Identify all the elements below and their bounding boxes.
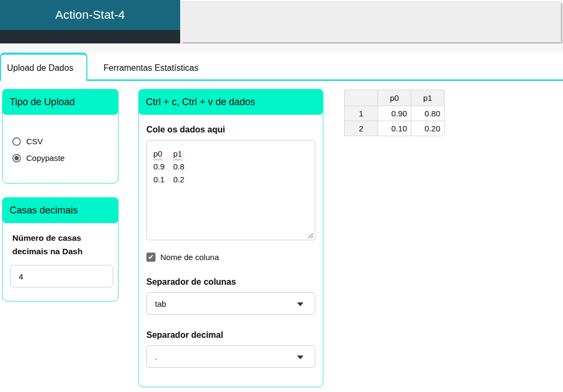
panel-copy-paste-title: Ctrl + c, Ctrl + v de dados [146,97,255,108]
tab-upload-label: Upload de Dados [7,63,73,73]
panel-upload-type-header: Tipo de Upload [2,89,118,115]
overlay-gray-window [181,1,561,42]
panel-upload-type-title: Tipo de Upload [10,97,75,108]
table-value-cell: 0.10 [378,121,411,136]
panel-upload-type: Tipo de Upload CSV Copypaste [2,89,118,183]
paste-data-textarea[interactable]: p0p1 0.90.8 0.10.2 [146,140,315,240]
paste-textarea-label: Cole os dados aqui [146,125,315,135]
panel-copy-paste: Ctrl + c, Ctrl + v de dados Cole os dado… [138,89,323,387]
table-header-cell: p0 [378,90,411,106]
col-separator-select[interactable]: tab [146,292,315,315]
textarea-line-1: p0p1 [153,147,308,160]
col-separator-value: tab [155,299,166,308]
tab-bar: Upload de Dados Ferramentas Estatísticas [0,53,563,82]
decimals-input[interactable] [10,265,113,287]
caret-down-icon [297,356,303,359]
textarea-token: 0.9 [153,160,173,173]
table-row: 2 0.10 0.20 [345,121,445,136]
table-header-cell: p1 [411,90,445,106]
radio-option-csv[interactable]: CSV [12,137,118,146]
app-header: Action-Stat-4 [0,0,180,30]
radio-copypaste-icon[interactable] [12,154,21,162]
dec-separator-label: Separador decimal [146,330,315,340]
tab-upload-de-dados[interactable]: Upload de Dados [0,53,87,81]
table-value-cell: 0.20 [411,121,445,136]
data-preview-table: p0 p1 1 0.90 0.80 2 0.10 0.20 [344,90,445,136]
table-header-row: p0 p1 [345,90,445,106]
header-sub-strip [0,43,563,53]
decimals-field-label: Número de casas decimais na Dash [12,231,110,258]
panel-casas-decimais: Casas decimais Número de casas decimais … [2,197,118,301]
textarea-token: 0.1 [153,173,173,186]
textarea-token: 0.2 [173,175,184,184]
dec-separator-value: . [155,352,157,361]
tab-ferramentas-estatisticas[interactable]: Ferramentas Estatísticas [94,55,208,81]
radio-copypaste-label: Copypaste [26,153,65,162]
radio-csv-label: CSV [26,137,43,146]
caret-down-icon [297,302,303,306]
table-value-cell: 0.90 [378,106,411,121]
textarea-line-3: 0.10.2 [153,173,308,186]
app-title: Action-Stat-4 [55,8,125,22]
radio-option-copypaste[interactable]: Copypaste [12,153,118,162]
panel-casas-decimais-title: Casas decimais [10,205,78,216]
dec-separator-select[interactable]: . [146,345,315,368]
resize-handle-icon[interactable] [307,232,313,238]
panel-casas-decimais-header: Casas decimais [2,197,118,223]
table-index-cell: 2 [345,121,378,136]
checkbox-label: Nome de coluna [160,253,219,262]
table-row: 1 0.90 0.80 [345,106,445,121]
panel-copy-paste-header: Ctrl + c, Ctrl + v de dados [138,89,323,115]
radio-csv-icon[interactable] [12,137,21,146]
checkbox-nome-de-coluna[interactable]: Nome de coluna [146,253,315,262]
tab-ferramentas-label: Ferramentas Estatísticas [103,63,198,73]
app-window: Action-Stat-4 Upload de Dados Ferramenta… [0,0,563,392]
col-separator-label: Separador de colunas [146,277,315,287]
checkbox-icon[interactable] [146,253,155,262]
navbar-dark-strip [0,30,180,43]
table-index-cell: 1 [345,106,378,121]
textarea-token: p0 [153,147,173,160]
textarea-token: 0.8 [173,162,184,171]
textarea-line-2: 0.90.8 [153,160,308,173]
table-value-cell: 0.80 [411,106,445,121]
table-header-cell [345,90,378,106]
textarea-token: p1 [173,149,182,158]
